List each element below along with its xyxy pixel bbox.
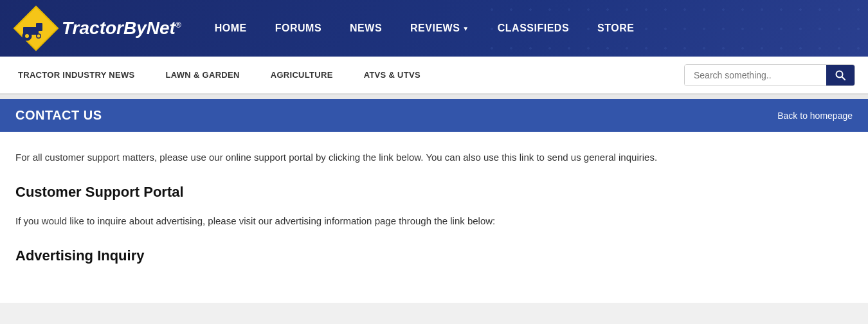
back-to-homepage-link[interactable]: Back to homepage [777,111,853,121]
main-content: For all customer support matters, please… [0,132,868,303]
nav-home[interactable]: HOME [201,16,261,40]
search-container [684,64,855,86]
content-wrapper: CONTACT US Back to homepage For all cust… [0,99,868,303]
nav-store[interactable]: STORE [583,16,648,40]
subnav-lawn-garden[interactable]: LAWN & GARDEN [150,70,255,80]
subnav-tractor-industry-news[interactable]: TRACTOR INDUSTRY NEWS [13,70,150,80]
contact-banner: CONTACT US Back to homepage [0,99,868,132]
logo-diamond [13,5,59,51]
svg-rect-6 [23,27,27,33]
svg-rect-2 [36,23,42,31]
contact-us-title: CONTACT US [15,108,102,123]
subnav-atvs-utvs[interactable]: ATVS & UTVS [348,70,436,80]
search-icon [835,70,845,80]
nav-classifieds[interactable]: CLASSIFIEDS [484,16,583,40]
main-nav: HOME FORUMS NEWS REVIEWS ▼ CLASSIFIEDS S… [201,16,649,40]
logo-text: TractorByNet® [62,18,181,39]
subnav-agriculture[interactable]: AGRICULTURE [255,70,348,80]
advertising-inquiry-heading: Advertising Inquiry [15,244,853,267]
nav-forums[interactable]: FORUMS [261,16,336,40]
support-portal-heading: Customer Support Portal [15,181,853,203]
search-input[interactable] [685,65,826,86]
sub-nav: TRACTOR INDUSTRY NEWS LAWN & GARDEN AGRI… [0,57,868,95]
nav-news[interactable]: NEWS [336,16,396,40]
svg-point-7 [25,34,29,38]
advertising-paragraph: If you would like to inquire about adver… [15,213,853,229]
site-header: TractorByNet® HOME FORUMS NEWS REVIEWS ▼… [0,0,868,57]
reviews-dropdown-arrow: ▼ [462,25,469,32]
logo-container[interactable]: TractorByNet® [13,5,181,51]
intro-paragraph: For all customer support matters, please… [15,150,853,165]
svg-point-8 [37,35,41,38]
search-button[interactable] [826,65,854,86]
nav-reviews[interactable]: REVIEWS ▼ [396,16,484,40]
svg-line-10 [842,76,845,80]
